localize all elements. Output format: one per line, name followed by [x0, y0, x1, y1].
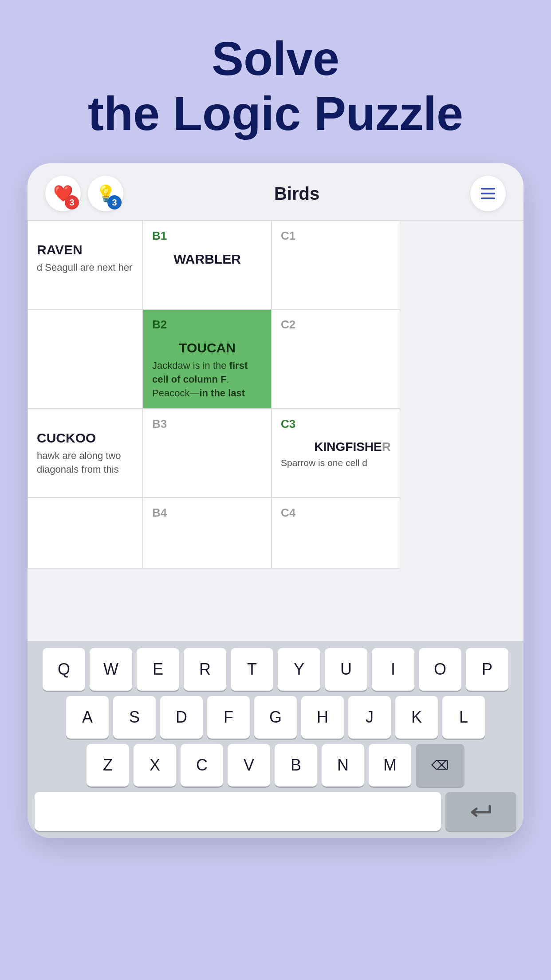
key-u[interactable]: U: [325, 648, 367, 691]
key-d[interactable]: D: [160, 696, 203, 739]
key-b[interactable]: B: [275, 744, 317, 786]
key-w[interactable]: W: [90, 648, 132, 691]
cell-b3[interactable]: B3: [143, 409, 272, 498]
cell-c4-header: C4: [281, 506, 391, 520]
keyboard-row-3: Z X C V B N M ⌫: [31, 744, 520, 786]
key-e[interactable]: E: [137, 648, 179, 691]
cell-a1-title: RAVEN: [37, 242, 134, 257]
cell-a3-title: CUCKOO: [37, 431, 134, 446]
cell-c4[interactable]: C4: [272, 498, 400, 569]
cell-c2-header: C2: [281, 318, 391, 332]
key-h[interactable]: H: [301, 696, 344, 739]
key-j[interactable]: J: [348, 696, 391, 739]
cell-a3[interactable]: CUCKOO hawk are along two diagonals from…: [28, 409, 143, 498]
cell-b2-title: TOUCAN: [152, 340, 262, 356]
key-f[interactable]: F: [207, 696, 250, 739]
cell-c3-desc: Sparrow is one cell d: [281, 458, 391, 468]
key-p[interactable]: P: [466, 648, 508, 691]
cell-b1-title: WARBLER: [152, 252, 262, 267]
hero-line1: Solve: [0, 31, 551, 86]
hero-title: Solve the Logic Puzzle: [0, 0, 551, 163]
hamburger-icon: [481, 188, 495, 199]
key-m[interactable]: M: [369, 744, 411, 786]
keyboard: Q W E R T Y U I O P A S D F G H J K L Z …: [28, 641, 523, 838]
keyboard-row-2: A S D F G H J K L: [31, 696, 520, 739]
key-l[interactable]: L: [442, 696, 485, 739]
top-bar-left: ❤️ 3 💡 3: [45, 176, 123, 211]
return-key[interactable]: [445, 792, 516, 831]
cell-a3-desc: hawk are along two diagonals from this: [37, 449, 134, 477]
key-q[interactable]: Q: [43, 648, 85, 691]
key-g[interactable]: G: [254, 696, 297, 739]
cell-c3[interactable]: C3 KINGFISHER Sparrow is one cell d: [272, 409, 400, 498]
key-r[interactable]: R: [184, 648, 226, 691]
key-c[interactable]: C: [181, 744, 223, 786]
cell-a1-desc: d Seagull are next her: [37, 261, 134, 275]
keyboard-row-1: Q W E R T Y U I O P: [31, 648, 520, 691]
key-t[interactable]: T: [231, 648, 273, 691]
cell-b2-header: B2: [152, 318, 262, 332]
input-bar: [31, 792, 520, 831]
cell-b1-header: B1: [152, 229, 262, 243]
app-card: ❤️ 3 💡 3 Birds RAVEN d Seagull are next …: [28, 163, 523, 838]
hints-button[interactable]: 💡 3: [88, 176, 123, 211]
cell-b2[interactable]: B2 TOUCAN Jackdaw is in the first cell o…: [143, 309, 272, 408]
return-icon: [468, 802, 494, 820]
hint-count: 3: [107, 195, 122, 209]
cell-c1-header: C1: [281, 229, 391, 243]
cell-a2[interactable]: [28, 309, 143, 408]
menu-line-3: [481, 198, 495, 199]
key-v[interactable]: V: [228, 744, 270, 786]
key-k[interactable]: K: [395, 696, 438, 739]
cell-c3-title: KINGFISHER: [281, 440, 391, 454]
backspace-key[interactable]: ⌫: [416, 744, 464, 786]
key-i[interactable]: I: [372, 648, 414, 691]
cell-c1[interactable]: C1: [272, 221, 400, 309]
key-o[interactable]: O: [419, 648, 461, 691]
cell-a1[interactable]: RAVEN d Seagull are next her: [28, 221, 143, 309]
top-bar: ❤️ 3 💡 3 Birds: [28, 163, 523, 220]
cell-b3-header: B3: [152, 417, 262, 431]
key-x[interactable]: X: [134, 744, 176, 786]
hearts-button[interactable]: ❤️ 3: [45, 176, 81, 211]
cell-b2-desc: Jackdaw is in the first cell of column F…: [152, 359, 262, 400]
menu-line-2: [481, 193, 495, 194]
cell-c3-header: C3: [281, 417, 391, 431]
text-input[interactable]: [35, 792, 441, 831]
key-z[interactable]: Z: [87, 744, 129, 786]
page-title: Birds: [274, 184, 319, 204]
cell-c2[interactable]: C2: [272, 309, 400, 408]
key-a[interactable]: A: [66, 696, 109, 739]
hero-line2: the Logic Puzzle: [0, 86, 551, 141]
key-s[interactable]: S: [113, 696, 156, 739]
cell-b1[interactable]: B1 WARBLER: [143, 221, 272, 309]
key-y[interactable]: Y: [278, 648, 320, 691]
cell-a4[interactable]: [28, 498, 143, 569]
key-n[interactable]: N: [322, 744, 364, 786]
cell-b4-header: B4: [152, 506, 262, 520]
menu-line-1: [481, 188, 495, 190]
cell-b4[interactable]: B4: [143, 498, 272, 569]
heart-count: 3: [65, 195, 79, 209]
puzzle-grid: RAVEN d Seagull are next her B1 WARBLER …: [28, 220, 523, 568]
menu-button[interactable]: [470, 176, 506, 211]
